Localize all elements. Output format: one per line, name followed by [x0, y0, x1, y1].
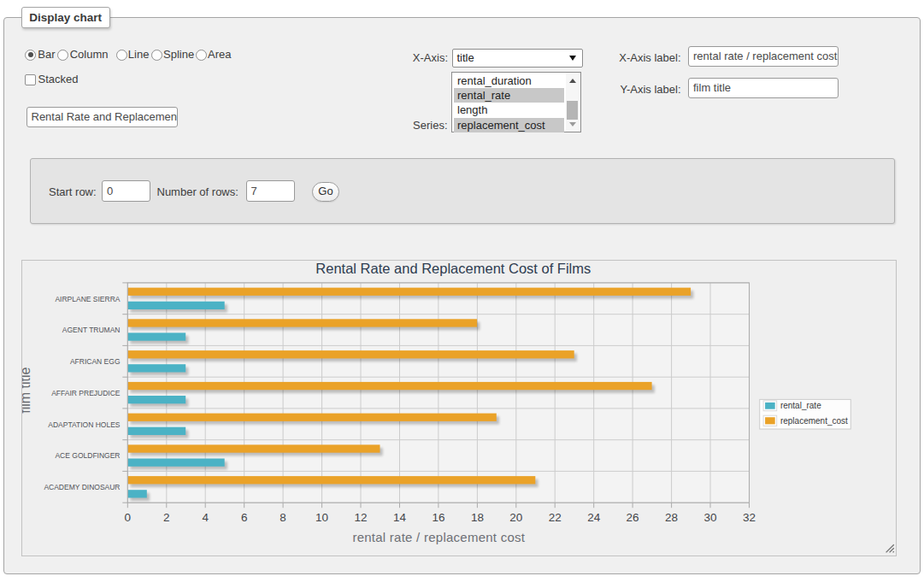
- svg-text:8: 8: [280, 511, 286, 524]
- svg-text:4: 4: [202, 511, 209, 524]
- svg-text:30: 30: [703, 511, 716, 524]
- svg-text:32: 32: [743, 511, 756, 524]
- svg-text:AFRICAN EGG: AFRICAN EGG: [70, 357, 121, 366]
- svg-text:2: 2: [163, 511, 170, 524]
- svg-text:rental rate / replacement cost: rental rate / replacement cost: [352, 531, 525, 545]
- svg-text:22: 22: [548, 511, 561, 524]
- svg-text:26: 26: [626, 511, 639, 524]
- svg-text:ADAPTATION HOLES: ADAPTATION HOLES: [48, 420, 121, 429]
- svg-text:24: 24: [587, 511, 601, 524]
- svg-text:Rental Rate and Replacement Co: Rental Rate and Replacement Cost of Film…: [315, 261, 591, 276]
- svg-text:AFFAIR PREJUDICE: AFFAIR PREJUDICE: [51, 389, 121, 397]
- svg-text:film title: film title: [22, 367, 32, 414]
- svg-text:ACE GOLDFINGER: ACE GOLDFINGER: [55, 452, 120, 461]
- svg-text:10: 10: [315, 511, 328, 524]
- svg-text:6: 6: [241, 511, 248, 524]
- svg-text:rental_rate: rental_rate: [780, 402, 821, 411]
- svg-text:28: 28: [665, 511, 678, 524]
- svg-text:20: 20: [509, 511, 522, 524]
- svg-text:18: 18: [471, 511, 484, 524]
- svg-text:AGENT TRUMAN: AGENT TRUMAN: [62, 326, 120, 335]
- svg-text:16: 16: [432, 511, 444, 524]
- svg-text:0: 0: [124, 511, 131, 524]
- svg-text:14: 14: [393, 511, 407, 524]
- svg-text:12: 12: [354, 511, 367, 524]
- svg-text:ACADEMY DINOSAUR: ACADEMY DINOSAUR: [44, 483, 120, 491]
- svg-text:replacement_cost: replacement_cost: [780, 416, 848, 426]
- svg-text:AIRPLANE SIERRA: AIRPLANE SIERRA: [55, 295, 120, 303]
